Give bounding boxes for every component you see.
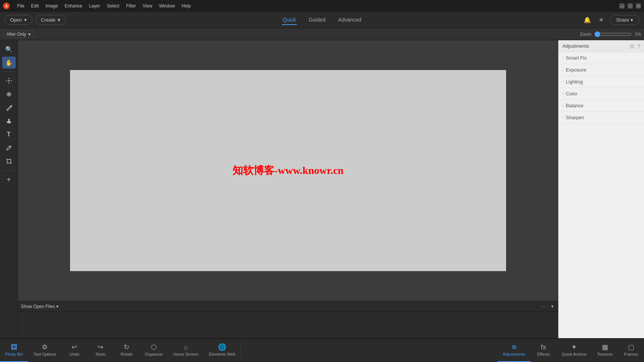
show-open-files-select[interactable]: Show Open Files ▾ xyxy=(21,304,59,309)
open-chevron-icon: ▾ xyxy=(24,17,27,23)
menu-file[interactable]: File xyxy=(14,2,27,10)
redo-bottom-icon: ↪ xyxy=(98,344,103,350)
effects-bottom-button[interactable]: fx Effects xyxy=(530,339,556,362)
menu-image[interactable]: Image xyxy=(42,2,61,10)
quick-actions-bottom-icon: ✦ xyxy=(571,344,577,350)
adjustments-bottom-button[interactable]: ≋ Adjustments xyxy=(498,339,531,362)
tool-options-bottom-label: Tool Options xyxy=(34,352,56,356)
hand-tool-button[interactable]: ✋ xyxy=(2,57,16,69)
tab-guided[interactable]: Guided xyxy=(308,15,326,25)
svg-rect-4 xyxy=(7,123,10,123)
crop-tool-button[interactable] xyxy=(2,155,16,167)
tool-options-bottom-button[interactable]: ⚙ Tool Options xyxy=(28,339,61,362)
create-button[interactable]: Create ▾ xyxy=(35,15,66,25)
menu-select[interactable]: Select xyxy=(104,2,122,10)
svg-point-0 xyxy=(8,80,10,82)
after-only-label: After Only xyxy=(6,32,26,37)
canvas-wrapper: 知软博客-www.knowr.cn xyxy=(18,40,558,301)
frames-bottom-button[interactable]: ▢ Frames xyxy=(618,339,644,362)
rotate-bottom-label: Rotate xyxy=(121,352,133,356)
effects-bottom-label: Effects xyxy=(537,352,550,356)
toolbar-right: 🔔 ☀ Share ▾ xyxy=(582,15,640,25)
show-open-files-label: Show Open Files xyxy=(21,304,55,309)
organizer-bottom-icon: ⬡ xyxy=(151,344,157,350)
tool-options-bottom-icon: ⚙ xyxy=(42,344,48,350)
canvas: 知软博客-www.knowr.cn xyxy=(70,70,506,271)
panel-section-exposure[interactable]: › Exposure xyxy=(559,64,644,76)
stamp-tool-button[interactable] xyxy=(2,115,16,127)
create-chevron-icon: ▾ xyxy=(58,17,60,23)
chevron-icon: › xyxy=(562,104,564,108)
search-tool-button[interactable]: 🔍 xyxy=(2,43,16,55)
tab-advanced[interactable]: Advanced xyxy=(337,15,362,25)
menu-filter[interactable]: Filter xyxy=(123,2,139,10)
rotate-bottom-button[interactable]: ↻ Rotate xyxy=(114,339,140,362)
textures-bottom-button[interactable]: ▦ Textures xyxy=(592,339,618,362)
panel-section-sharpen[interactable]: › Sharpen xyxy=(559,112,644,124)
redo-bottom-button[interactable]: ↪ Redo xyxy=(88,339,114,362)
menu-enhance[interactable]: Enhance xyxy=(61,2,85,10)
svg-rect-3 xyxy=(7,121,11,123)
tool-separator-1 xyxy=(4,72,14,72)
svg-rect-6 xyxy=(7,159,11,163)
undo-bottom-button[interactable]: ↩ Undo xyxy=(61,339,88,362)
brightness-icon[interactable]: ☀ xyxy=(597,15,605,25)
notification-icon[interactable]: 🔔 xyxy=(582,15,593,25)
open-button[interactable]: Open ▾ xyxy=(4,15,32,25)
zoom-value: 1% xyxy=(635,32,641,37)
chevron-icon: › xyxy=(562,80,564,84)
brush-tool-button[interactable] xyxy=(2,102,16,114)
photo-bin-bottom-button[interactable]: 🖼 Photo Bin xyxy=(0,339,28,362)
menu-help[interactable]: Help xyxy=(179,2,194,10)
text-tool-button[interactable]: T xyxy=(2,128,16,140)
home-screen-bottom-button[interactable]: ⌂ Home Screen xyxy=(168,339,203,362)
photo-bin-more-button[interactable]: ··· xyxy=(540,302,547,311)
eyedropper-tool-button[interactable] xyxy=(2,142,16,154)
secondary-toolbar: After Only ▾ Zoom 1% xyxy=(0,28,644,40)
zoom-label: Zoom xyxy=(580,32,591,37)
restore-icon[interactable]: ⊡ xyxy=(630,43,634,49)
photo-bin-bottom-label: Photo Bin xyxy=(5,352,23,356)
share-button[interactable]: Share ▾ xyxy=(610,15,640,25)
close-button[interactable]: ✕ xyxy=(636,3,641,9)
panel-title: Adjustments xyxy=(562,43,589,49)
home-screen-bottom-label: Home Screen xyxy=(173,352,198,356)
view-tool-button[interactable] xyxy=(2,88,16,100)
frames-bottom-icon: ▢ xyxy=(628,344,634,350)
zoom-slider[interactable] xyxy=(594,31,632,37)
panel-section-lighting[interactable]: › Lighting xyxy=(559,76,644,88)
photo-bin-content xyxy=(18,312,558,338)
menu-edit[interactable]: Edit xyxy=(28,2,42,10)
move-tool-button[interactable] xyxy=(2,75,16,87)
help-icon[interactable]: ? xyxy=(637,43,640,49)
mode-tabs: Quick Guided Advanced xyxy=(282,15,362,25)
after-only-select[interactable]: After Only ▾ xyxy=(3,31,34,38)
minimize-button[interactable]: — xyxy=(619,3,625,9)
photo-bin-collapse-button[interactable]: ▾ xyxy=(550,302,555,311)
menu-layer[interactable]: Layer xyxy=(86,2,103,10)
menu-view[interactable]: View xyxy=(140,2,155,10)
menu-window[interactable]: Window xyxy=(156,2,178,10)
right-panel: Adjustments ⊡ ? › Smart Fix › Exposure ›… xyxy=(558,40,644,338)
add-tool-button[interactable]: + xyxy=(2,174,16,185)
effects-bottom-icon: fx xyxy=(541,344,546,350)
panel-section-color[interactable]: › Color xyxy=(559,88,644,100)
adjustments-bottom-label: Adjustments xyxy=(503,352,525,356)
panel-header-icons: ⊡ ? xyxy=(630,43,640,49)
photo-bin-toolbar: Show Open Files ▾ ··· ▾ xyxy=(18,301,558,312)
panel-section-balance[interactable]: › Balance xyxy=(559,100,644,112)
panel-section-label-sharpen: Sharpen xyxy=(566,115,584,120)
organizer-bottom-button[interactable]: ⬡ Organizer xyxy=(140,339,168,362)
maximize-button[interactable]: □ xyxy=(628,3,633,9)
elements-web-bottom-button[interactable]: 🌐 Elements Web xyxy=(203,339,240,362)
panel-section-smart-fix[interactable]: › Smart Fix xyxy=(559,52,644,64)
chevron-icon: › xyxy=(562,92,564,96)
tab-quick[interactable]: Quick xyxy=(282,15,297,25)
quick-actions-bottom-button[interactable]: ✦ Quick Actions xyxy=(556,339,592,362)
panel-section-label-exposure: Exposure xyxy=(566,67,586,73)
zoom-area: Zoom 1% xyxy=(580,31,641,37)
redo-bottom-label: Redo xyxy=(96,352,105,356)
main-toolbar: Open ▾ Create ▾ Quick Guided Advanced 🔔 … xyxy=(0,12,644,28)
create-label: Create xyxy=(41,17,56,23)
panel-section-label-color: Color xyxy=(566,91,577,96)
